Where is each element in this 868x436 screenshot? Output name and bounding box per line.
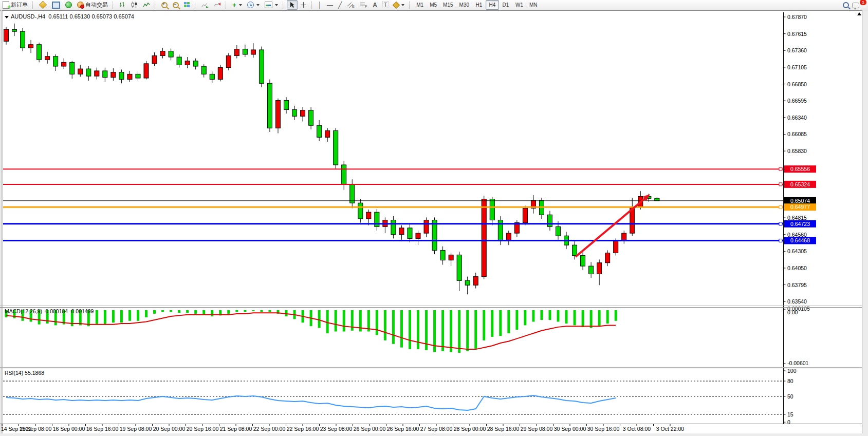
svg-text:0.64305: 0.64305 <box>787 248 807 254</box>
svg-text:-0.00601: -0.00601 <box>787 360 809 366</box>
symbols-button[interactable] <box>36 0 49 10</box>
chevron-down-icon <box>256 4 260 6</box>
svg-text:30 Sep 00:00: 30 Sep 00:00 <box>554 426 586 432</box>
trendline-button[interactable]: ╱ <box>336 0 344 10</box>
svg-text:0.67105: 0.67105 <box>787 64 807 70</box>
svg-text:80: 80 <box>787 378 793 384</box>
cursor-button[interactable] <box>287 0 298 10</box>
svg-text:21 Sep 08:00: 21 Sep 08:00 <box>220 426 252 432</box>
macd-name: MACD(12,26,9) <box>5 308 42 314</box>
channel-icon: E <box>347 2 355 8</box>
search-icon <box>843 2 849 8</box>
text-label-icon: T <box>382 2 389 8</box>
svg-text:30 Sep 16:00: 30 Sep 16:00 <box>587 426 620 432</box>
svg-text:19 Sep 08:00: 19 Sep 08:00 <box>120 426 152 432</box>
svg-text:0.64468: 0.64468 <box>790 237 810 243</box>
macd-main-value: -0.000184 <box>44 308 68 314</box>
svg-text:0.64815: 0.64815 <box>787 215 807 221</box>
line-chart-button[interactable] <box>140 0 153 10</box>
tile-windows-button[interactable] <box>181 0 193 10</box>
auto-scroll-icon <box>201 2 209 8</box>
svg-text:26 Sep 16:00: 26 Sep 16:00 <box>387 426 419 432</box>
zoom-in-button[interactable]: + <box>159 0 170 10</box>
horizontal-line-button[interactable]: — <box>324 0 336 10</box>
vertical-line-button[interactable]: │ <box>316 0 325 10</box>
channel-button[interactable]: E <box>344 0 357 10</box>
svg-text:0.66850: 0.66850 <box>787 81 807 87</box>
chart-shift-button[interactable] <box>211 0 224 10</box>
tab-d1[interactable]: D1 <box>499 0 512 10</box>
text-icon: A <box>373 2 377 9</box>
text-button[interactable]: A <box>370 0 380 10</box>
main-toolbar: 新订单 自动交易 + − + │ — ╱ E F A T <box>0 0 868 10</box>
svg-text:15: 15 <box>787 411 793 418</box>
templates-button[interactable] <box>262 0 281 10</box>
notification-badge: 1 <box>860 0 866 5</box>
data-window-button[interactable] <box>49 0 63 10</box>
tab-m15[interactable]: M15 <box>440 0 456 10</box>
svg-text:20 Sep 16:00: 20 Sep 16:00 <box>187 426 219 432</box>
search-button[interactable] <box>840 0 852 10</box>
tab-w1[interactable]: W1 <box>512 0 526 10</box>
periods-button[interactable] <box>245 0 262 10</box>
price-chart[interactable]: 0.655560.653240.650740.649770.647230.644… <box>0 10 868 436</box>
indicators-button[interactable]: + <box>230 0 245 10</box>
tab-m1[interactable]: M1 <box>413 0 427 10</box>
crosshair-button[interactable] <box>298 0 309 10</box>
tab-h4[interactable]: H4 <box>486 0 499 10</box>
separator <box>113 1 116 9</box>
fibonacci-button[interactable]: F <box>357 0 370 10</box>
new-order-button[interactable]: 新订单 <box>0 0 30 10</box>
macd-signal-value: -0.001499 <box>69 308 94 314</box>
candle-chart-button[interactable] <box>128 0 140 10</box>
separator <box>311 1 315 9</box>
arrows-icon <box>393 1 400 8</box>
autotrading-icon <box>77 2 84 8</box>
separator <box>32 1 35 9</box>
zoom-out-button[interactable]: − <box>170 0 181 10</box>
svg-text:28 Sep 00:00: 28 Sep 00:00 <box>454 426 486 432</box>
signals-button[interactable] <box>63 0 75 10</box>
svg-text:100: 100 <box>787 368 797 374</box>
svg-text:23 Sep 08:00: 23 Sep 08:00 <box>320 426 353 432</box>
new-order-icon <box>3 1 9 9</box>
tile-windows-icon <box>184 2 190 8</box>
separator <box>195 1 198 9</box>
ohlc-open: 0.65111 <box>48 13 68 20</box>
tab-mn[interactable]: MN <box>526 0 541 10</box>
svg-text:0.65074: 0.65074 <box>790 198 810 204</box>
svg-text:0.64050: 0.64050 <box>787 265 807 271</box>
svg-text:15 Sep 08:00: 15 Sep 08:00 <box>20 426 52 432</box>
vertical-line-icon: │ <box>318 2 322 9</box>
svg-text:22 Sep 00:00: 22 Sep 00:00 <box>253 426 286 432</box>
chevron-down-icon <box>401 4 404 6</box>
horizontal-line-icon: — <box>327 2 333 9</box>
svg-text:29 Sep 08:00: 29 Sep 08:00 <box>521 426 553 432</box>
auto-scroll-button[interactable] <box>199 0 211 10</box>
arrows-button[interactable] <box>391 0 407 10</box>
text-label-button[interactable]: T <box>380 0 391 10</box>
svg-text:0.66595: 0.66595 <box>787 98 807 104</box>
svg-text:28 Sep 16:00: 28 Sep 16:00 <box>487 426 520 432</box>
new-order-label: 新订单 <box>11 1 28 9</box>
svg-text:22 Sep 16:00: 22 Sep 16:00 <box>287 426 319 432</box>
separator <box>155 1 158 9</box>
symbol-dropdown-icon <box>5 16 9 18</box>
ohlc-low: 0.65073 <box>91 13 112 20</box>
svg-text:0.63540: 0.63540 <box>787 298 807 305</box>
autotrading-button[interactable]: 自动交易 <box>75 0 110 10</box>
svg-text:0.66340: 0.66340 <box>787 115 807 121</box>
svg-text:27 Sep 08:00: 27 Sep 08:00 <box>420 426 453 432</box>
rsi-value: 55.1868 <box>25 370 44 376</box>
tab-m5[interactable]: M5 <box>427 0 440 10</box>
tab-m30[interactable]: M30 <box>456 0 472 10</box>
bar-chart-button[interactable] <box>117 0 128 10</box>
symbol-bar[interactable]: AUDUSD-,H4 0.65111 0.65130 0.65073 0.650… <box>5 13 134 20</box>
symbol-title: AUDUSD-,H4 <box>11 13 45 20</box>
notifications-button[interactable]: 1 <box>852 1 865 9</box>
chart-window: AUDUSD-,H4 0.65111 0.65130 0.65073 0.650… <box>0 10 868 436</box>
tab-h1[interactable]: H1 <box>472 0 486 10</box>
svg-text:0.63795: 0.63795 <box>787 282 807 288</box>
chat-bubble-icon <box>852 3 859 8</box>
autotrading-label: 自动交易 <box>85 1 108 9</box>
